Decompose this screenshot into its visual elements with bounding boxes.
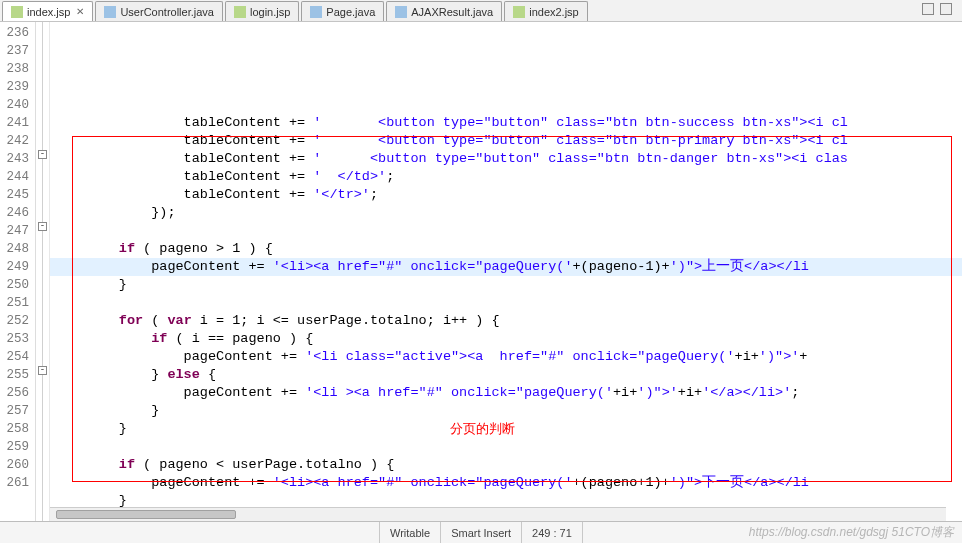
code-editor[interactable]: 分页的判断 tableContent += ' <button type="bu… [50,22,962,521]
line-number: 260 [0,456,29,474]
code-line[interactable]: } [54,402,962,420]
code-line[interactable]: if ( i == pageno ) { [54,330,962,348]
status-insert-mode: Smart Insert [441,522,522,543]
line-number: 252 [0,312,29,330]
code-line[interactable]: if ( pageno > 1 ) { [54,240,962,258]
code-line[interactable] [54,438,962,456]
status-writable: Writable [380,522,441,543]
line-number: 243 [0,150,29,168]
fold-toggle[interactable]: - [38,222,47,231]
code-line[interactable]: } [54,492,962,510]
jsp-file-icon [234,6,246,18]
line-number: 236 [0,24,29,42]
code-line[interactable]: tableContent += '</tr>'; [54,186,962,204]
line-number: 245 [0,186,29,204]
line-number: 244 [0,168,29,186]
line-number: 242 [0,132,29,150]
line-number: 237 [0,42,29,60]
line-number: 256 [0,384,29,402]
tab-label: AJAXResult.java [411,6,493,18]
code-line[interactable]: if ( pageno < userPage.totalno ) { [54,456,962,474]
line-number: 240 [0,96,29,114]
editor-tab-bar: index.jsp✕UserController.javalogin.jspPa… [0,0,962,22]
code-line[interactable] [54,510,962,521]
fold-toggle[interactable]: - [38,366,47,375]
code-line[interactable]: pageContent += '<li><a href="#" onclick=… [54,474,962,492]
code-line[interactable]: pageContent += '<li><a href="#" onclick=… [54,258,962,276]
code-line[interactable]: } else { [54,366,962,384]
folding-column: - - - [36,22,50,521]
editor-tab[interactable]: AJAXResult.java [386,1,502,21]
line-number: 239 [0,78,29,96]
jsp-file-icon [11,6,23,18]
tab-label: Page.java [326,6,375,18]
line-number: 254 [0,348,29,366]
line-number: 241 [0,114,29,132]
close-icon[interactable]: ✕ [76,6,84,17]
editor-tab[interactable]: index.jsp✕ [2,1,93,21]
code-line[interactable]: tableContent += ' <button type="button" … [54,132,962,150]
line-number: 238 [0,60,29,78]
line-number: 250 [0,276,29,294]
line-number: 246 [0,204,29,222]
annotation-label: 分页的判断 [450,420,515,438]
code-line[interactable]: }); [54,204,962,222]
editor-tab[interactable]: index2.jsp [504,1,588,21]
fold-toggle[interactable]: - [38,150,47,159]
code-line[interactable] [54,294,962,312]
line-number-gutter: 2362372382392402412422432442452462472482… [0,22,36,521]
tab-label: UserController.java [120,6,214,18]
maximize-icon[interactable] [940,3,952,15]
java-file-icon [310,6,322,18]
line-number: 248 [0,240,29,258]
line-number: 253 [0,330,29,348]
code-line[interactable]: tableContent += ' </td>'; [54,168,962,186]
editor-area: 2362372382392402412422432442452462472482… [0,22,962,521]
code-line[interactable]: pageContent += '<li ><a href="#" onclick… [54,384,962,402]
code-line[interactable]: pageContent += '<li class="active"><a hr… [54,348,962,366]
tab-label: index.jsp [27,6,70,18]
code-line[interactable]: tableContent += ' <button type="button" … [54,114,962,132]
code-line[interactable] [54,222,962,240]
code-line[interactable]: for ( var i = 1; i <= userPage.totalno; … [54,312,962,330]
watermark-text: https://blog.csdn.net/gdsgj 51CTO博客 [749,524,954,541]
status-bar: Writable Smart Insert 249 : 71 https://b… [0,521,962,543]
code-line[interactable]: } [54,276,962,294]
line-number: 257 [0,402,29,420]
line-number: 259 [0,438,29,456]
line-number: 261 [0,474,29,492]
editor-tab[interactable]: login.jsp [225,1,299,21]
editor-tab[interactable]: Page.java [301,1,384,21]
line-number: 251 [0,294,29,312]
java-file-icon [104,6,116,18]
code-line[interactable]: tableContent += ' <button type="button" … [54,150,962,168]
line-number: 247 [0,222,29,240]
java-file-icon [395,6,407,18]
jsp-file-icon [513,6,525,18]
minimize-icon[interactable] [922,3,934,15]
line-number: 249 [0,258,29,276]
editor-tab[interactable]: UserController.java [95,1,223,21]
tab-label: login.jsp [250,6,290,18]
status-cursor-position: 249 : 71 [522,522,583,543]
line-number: 258 [0,420,29,438]
line-number: 255 [0,366,29,384]
tab-label: index2.jsp [529,6,579,18]
